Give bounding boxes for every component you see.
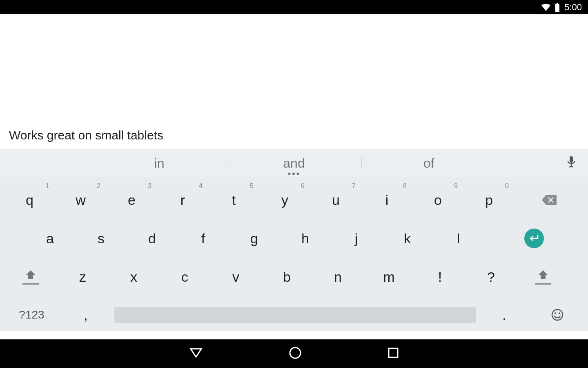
key-p[interactable]: p0 <box>463 181 514 219</box>
wifi-icon <box>541 4 550 11</box>
key-z[interactable]: z <box>57 258 108 296</box>
svg-point-10 <box>290 348 301 358</box>
key-c[interactable]: c <box>159 258 210 296</box>
svg-rect-1 <box>557 3 558 4</box>
battery-icon <box>555 3 560 12</box>
nav-back[interactable] <box>189 347 203 360</box>
status-time: 5:00 <box>564 2 582 13</box>
key-period[interactable]: . <box>478 298 531 331</box>
shift-icon <box>537 269 549 280</box>
shift-underline <box>22 283 39 285</box>
key-t[interactable]: t5 <box>208 181 259 219</box>
key-backspace[interactable] <box>514 181 584 219</box>
key-a[interactable]: a <box>24 219 76 258</box>
key-y[interactable]: y6 <box>259 181 310 219</box>
key-space[interactable] <box>112 298 478 331</box>
nav-bar <box>0 339 588 368</box>
home-icon <box>289 346 302 359</box>
suggestion-1[interactable]: in <box>92 149 227 177</box>
suggestion-3[interactable]: of <box>361 149 496 177</box>
content-area[interactable]: Works great on small tablets <box>0 14 588 149</box>
suggestion-2-label: and <box>283 156 305 171</box>
key-shift-right[interactable] <box>517 258 570 296</box>
key-v[interactable]: v <box>210 258 261 296</box>
key-e[interactable]: e3 <box>106 181 157 219</box>
key-shift-left[interactable] <box>4 258 57 296</box>
key-exclaim[interactable]: ! <box>414 258 466 296</box>
svg-rect-2 <box>570 156 573 163</box>
svg-rect-11 <box>389 348 398 357</box>
mic-icon[interactable] <box>567 156 576 170</box>
key-g[interactable]: g <box>229 219 280 258</box>
key-h[interactable]: h <box>280 219 331 258</box>
key-u[interactable]: u7 <box>310 181 361 219</box>
key-symbols[interactable]: ?123 <box>4 298 59 331</box>
key-i[interactable]: i8 <box>361 181 412 219</box>
key-f[interactable]: f <box>178 219 229 258</box>
svg-point-7 <box>552 310 563 320</box>
nav-home[interactable] <box>289 346 302 361</box>
key-rows: q1 w2 e3 r4 t5 y6 u7 i8 o9 p0 a s d f g … <box>0 177 588 331</box>
key-row-2: a s d f g h j k l <box>0 219 588 258</box>
key-comma[interactable]: , <box>59 298 112 331</box>
key-row-4: ?123 , . <box>0 298 588 331</box>
key-enter[interactable] <box>484 219 584 258</box>
nav-recent[interactable] <box>388 347 399 360</box>
key-r[interactable]: r4 <box>157 181 208 219</box>
suggestion-bar: in and ●●● of <box>0 149 588 177</box>
emoji-icon <box>551 308 564 321</box>
suggestion-2[interactable]: and ●●● <box>227 149 361 177</box>
keyboard: in and ●●● of q1 w2 e3 r4 t5 y6 u7 i8 o9… <box>0 149 588 331</box>
backspace-icon <box>541 194 557 206</box>
key-w[interactable]: w2 <box>55 181 106 219</box>
key-s[interactable]: s <box>76 219 127 258</box>
shift-icon <box>25 269 36 280</box>
key-row-3: z x c v b n m ! ? <box>0 258 588 296</box>
back-icon <box>189 347 203 359</box>
key-row-1: q1 w2 e3 r4 t5 y6 u7 i8 o9 p0 <box>0 181 588 219</box>
suggestions: in and ●●● of <box>0 149 588 177</box>
shift-underline <box>535 283 551 285</box>
key-k[interactable]: k <box>382 219 433 258</box>
spacebar <box>114 307 476 323</box>
key-b[interactable]: b <box>261 258 312 296</box>
key-d[interactable]: d <box>127 219 178 258</box>
key-question[interactable]: ? <box>466 258 517 296</box>
svg-point-9 <box>559 312 560 314</box>
status-bar: 5:00 <box>0 0 588 14</box>
key-x[interactable]: x <box>108 258 159 296</box>
key-m[interactable]: m <box>363 258 414 296</box>
enter-icon <box>524 229 544 248</box>
key-n[interactable]: n <box>312 258 363 296</box>
recent-icon <box>388 347 399 359</box>
more-suggestions-icon: ●●● <box>287 170 300 177</box>
key-j[interactable]: j <box>331 219 382 258</box>
key-o[interactable]: o9 <box>412 181 463 219</box>
svg-point-8 <box>555 312 556 314</box>
key-l[interactable]: l <box>433 219 484 258</box>
key-emoji[interactable] <box>531 298 584 331</box>
svg-rect-0 <box>555 4 559 12</box>
text-input[interactable]: Works great on small tablets <box>9 128 163 142</box>
key-q[interactable]: q1 <box>4 181 55 219</box>
